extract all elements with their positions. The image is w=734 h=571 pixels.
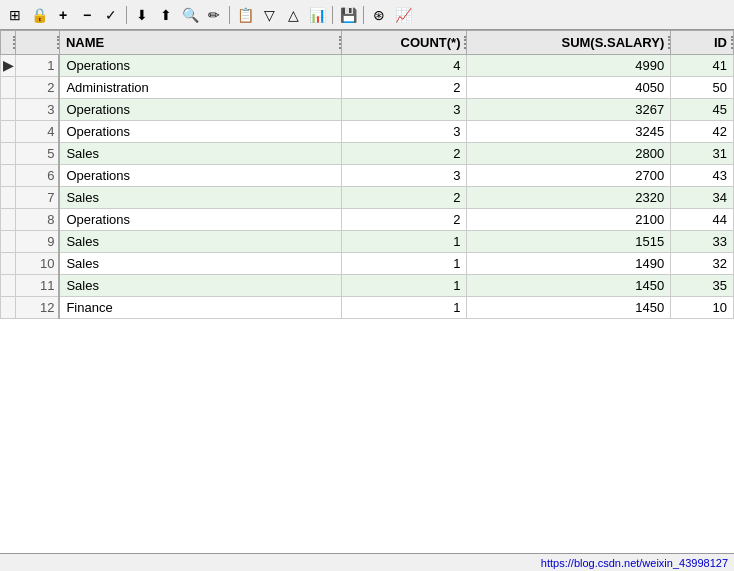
- cell-name: Sales: [59, 275, 341, 297]
- indicator-header: [1, 31, 16, 55]
- row-indicator: [1, 143, 16, 165]
- table-row[interactable]: 9Sales1151533: [1, 231, 734, 253]
- cell-name: Sales: [59, 231, 341, 253]
- cell-id: 43: [671, 165, 734, 187]
- cell-sum: 1450: [467, 275, 671, 297]
- row-indicator: [1, 121, 16, 143]
- cell-name: Operations: [59, 121, 341, 143]
- row-number: 4: [16, 121, 60, 143]
- row-number: 3: [16, 99, 60, 121]
- cell-id: 31: [671, 143, 734, 165]
- rownum-header: [16, 31, 60, 55]
- cell-count: 3: [342, 99, 467, 121]
- cell-sum: 1515: [467, 231, 671, 253]
- row-indicator: [1, 231, 16, 253]
- table-row[interactable]: 11Sales1145035: [1, 275, 734, 297]
- filter-down-icon[interactable]: ▽: [258, 4, 280, 26]
- cell-count: 3: [342, 165, 467, 187]
- cell-name: Administration: [59, 77, 341, 99]
- edit-icon[interactable]: ✏: [203, 4, 225, 26]
- separator-2: [229, 6, 230, 24]
- cell-count: 3: [342, 121, 467, 143]
- cell-sum: 2700: [467, 165, 671, 187]
- cell-id: 45: [671, 99, 734, 121]
- cell-count: 1: [342, 253, 467, 275]
- cell-name: Operations: [59, 165, 341, 187]
- table-row[interactable]: 4Operations3324542: [1, 121, 734, 143]
- table-header-row: NAME COUNT(*) SUM(S.SALARY) ID: [1, 31, 734, 55]
- cell-id: 32: [671, 253, 734, 275]
- chart-icon[interactable]: 📊: [306, 4, 328, 26]
- cell-id: 33: [671, 231, 734, 253]
- cell-id: 50: [671, 77, 734, 99]
- cell-id: 42: [671, 121, 734, 143]
- statusbar-text: https://blog.csdn.net/weixin_43998127: [541, 557, 728, 569]
- cell-count: 1: [342, 275, 467, 297]
- add-button[interactable]: +: [52, 4, 74, 26]
- confirm-button[interactable]: ✓: [100, 4, 122, 26]
- copy-icon[interactable]: 📋: [234, 4, 256, 26]
- id-header[interactable]: ID: [671, 31, 734, 55]
- cell-id: 44: [671, 209, 734, 231]
- row-number: 8: [16, 209, 60, 231]
- cell-count: 4: [342, 55, 467, 77]
- row-number: 6: [16, 165, 60, 187]
- cell-count: 1: [342, 297, 467, 319]
- table-row[interactable]: 6Operations3270043: [1, 165, 734, 187]
- remove-button[interactable]: −: [76, 4, 98, 26]
- table-row[interactable]: 10Sales1149032: [1, 253, 734, 275]
- row-number: 7: [16, 187, 60, 209]
- cell-name: Operations: [59, 55, 341, 77]
- table-row[interactable]: 2Administration2405050: [1, 77, 734, 99]
- export-icon[interactable]: 📈: [392, 4, 414, 26]
- cell-name: Sales: [59, 143, 341, 165]
- cell-count: 2: [342, 187, 467, 209]
- search-icon[interactable]: 🔍: [179, 4, 201, 26]
- table-container: NAME COUNT(*) SUM(S.SALARY) ID ▶1Operati…: [0, 30, 734, 553]
- cell-name: Finance: [59, 297, 341, 319]
- row-indicator: [1, 297, 16, 319]
- table-row[interactable]: 3Operations3326745: [1, 99, 734, 121]
- row-number: 10: [16, 253, 60, 275]
- cell-name: Sales: [59, 253, 341, 275]
- cell-sum: 2320: [467, 187, 671, 209]
- table-row[interactable]: ▶1Operations4499041: [1, 55, 734, 77]
- separator-3: [332, 6, 333, 24]
- row-number: 11: [16, 275, 60, 297]
- row-indicator: [1, 99, 16, 121]
- save-icon[interactable]: 💾: [337, 4, 359, 26]
- lock-icon[interactable]: 🔒: [28, 4, 50, 26]
- cell-sum: 2100: [467, 209, 671, 231]
- table-row[interactable]: 7Sales2232034: [1, 187, 734, 209]
- query-icon[interactable]: ⊛: [368, 4, 390, 26]
- cell-id: 35: [671, 275, 734, 297]
- separator-4: [363, 6, 364, 24]
- table-row[interactable]: 5Sales2280031: [1, 143, 734, 165]
- table-row[interactable]: 8Operations2210044: [1, 209, 734, 231]
- cell-count: 2: [342, 143, 467, 165]
- cell-sum: 4990: [467, 55, 671, 77]
- row-indicator: [1, 77, 16, 99]
- cell-sum: 4050: [467, 77, 671, 99]
- cell-name: Sales: [59, 187, 341, 209]
- row-number: 5: [16, 143, 60, 165]
- row-number: 12: [16, 297, 60, 319]
- row-number: 2: [16, 77, 60, 99]
- name-header[interactable]: NAME: [59, 31, 341, 55]
- move-down-icon[interactable]: ⬇: [131, 4, 153, 26]
- row-indicator: [1, 165, 16, 187]
- move-up-icon[interactable]: ⬆: [155, 4, 177, 26]
- row-number: 9: [16, 231, 60, 253]
- row-indicator: [1, 187, 16, 209]
- row-indicator: ▶: [1, 55, 16, 77]
- cell-count: 1: [342, 231, 467, 253]
- data-table: NAME COUNT(*) SUM(S.SALARY) ID ▶1Operati…: [0, 30, 734, 319]
- sum-header[interactable]: SUM(S.SALARY): [467, 31, 671, 55]
- filter-up-icon[interactable]: △: [282, 4, 304, 26]
- row-indicator: [1, 253, 16, 275]
- count-header[interactable]: COUNT(*): [342, 31, 467, 55]
- table-row[interactable]: 12Finance1145010: [1, 297, 734, 319]
- cell-name: Operations: [59, 99, 341, 121]
- grid-icon[interactable]: ⊞: [4, 4, 26, 26]
- cell-count: 2: [342, 77, 467, 99]
